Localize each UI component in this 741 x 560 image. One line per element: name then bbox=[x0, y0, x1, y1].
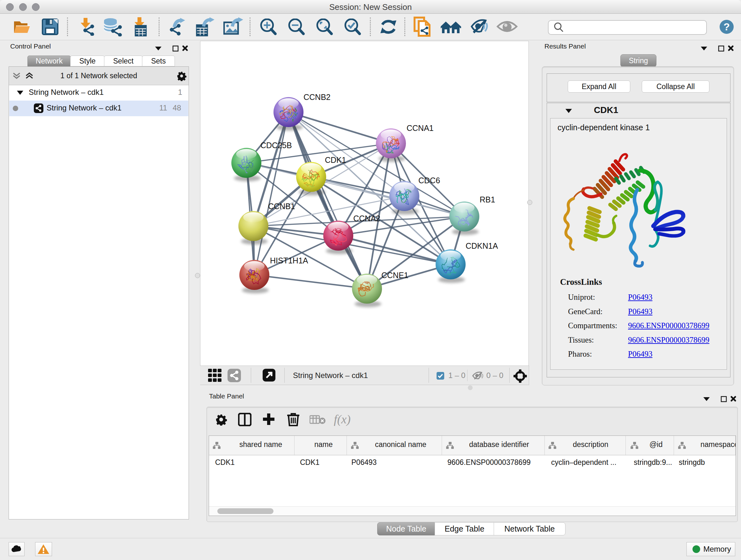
svg-text:CCNB1: CCNB1 bbox=[268, 202, 295, 211]
svg-text:CCNA1: CCNA1 bbox=[407, 124, 434, 132]
svg-text:HIST1H1A: HIST1H1A bbox=[270, 256, 308, 265]
svg-text:CDKN1A: CDKN1A bbox=[466, 241, 498, 250]
svg-text:CCNB2: CCNB2 bbox=[304, 92, 331, 102]
svg-text:?: ? bbox=[724, 21, 730, 33]
svg-text:CCNE1: CCNE1 bbox=[381, 271, 408, 280]
svg-text:CDC25B: CDC25B bbox=[260, 141, 292, 150]
svg-text:CDK1: CDK1 bbox=[325, 155, 346, 165]
svg-text:CCNA2: CCNA2 bbox=[353, 214, 381, 223]
svg-text:CDC6: CDC6 bbox=[418, 176, 440, 185]
svg-text:RB1: RB1 bbox=[480, 195, 495, 204]
